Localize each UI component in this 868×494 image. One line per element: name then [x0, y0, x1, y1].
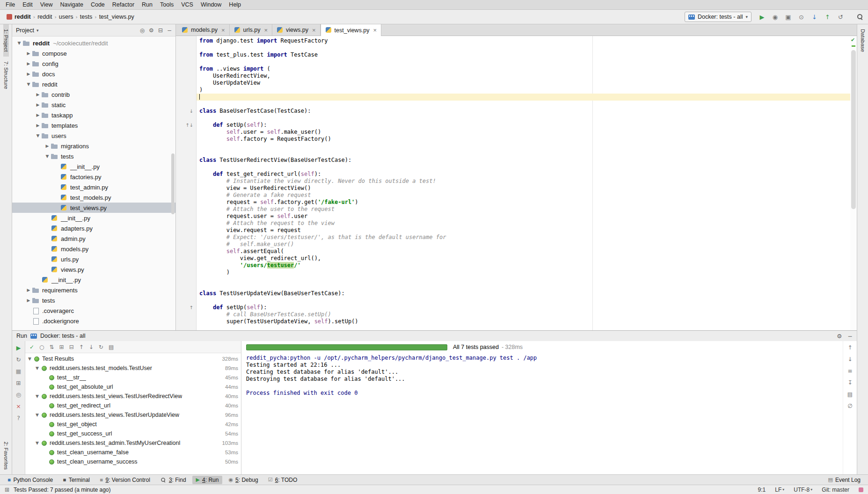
override-marker-icon[interactable]: ↑↓: [176, 122, 196, 129]
expanded-arrow-icon[interactable]: ▼: [25, 82, 32, 87]
sort-by-duration-icon[interactable]: ⇅: [50, 344, 54, 350]
test-node-test-clean-username-success[interactable]: test_clean_username_success50ms: [25, 457, 241, 466]
breadcrumb-item-reddit[interactable]: reddit: [5, 14, 33, 20]
tool-window-button-version-control[interactable]: ▪9: Version Control: [96, 476, 154, 484]
menu-navigate[interactable]: Navigate: [57, 1, 87, 8]
tree-item-users[interactable]: ▼users: [12, 131, 175, 141]
tree-item-docs[interactable]: ▶docs: [12, 69, 175, 79]
code-line[interactable]: view.get_redirect_url(),: [197, 255, 850, 262]
code-line[interactable]: super(TestUserUpdateView, self).setUp(): [197, 318, 850, 325]
tool-window-button-find[interactable]: 3: Find: [156, 476, 190, 484]
code-editor[interactable]: from django.test import RequestFactoryfr…: [197, 36, 850, 330]
code-line[interactable]: view.request = request: [197, 227, 850, 234]
run-icon[interactable]: ▶: [758, 14, 766, 21]
code-line[interactable]: class TestUserUpdateView(BaseUserTestCas…: [197, 290, 850, 297]
scrollbar-thumb[interactable]: [851, 50, 856, 209]
close-tab-icon[interactable]: ×: [373, 27, 377, 34]
search-everywhere-icon[interactable]: [857, 14, 863, 20]
menu-tools[interactable]: Tools: [156, 1, 177, 8]
editor-tab-urls-py[interactable]: urls.py×: [230, 24, 272, 36]
override-marker-icon[interactable]: ↓: [176, 108, 196, 115]
settings-gear-icon[interactable]: ⚙: [837, 333, 842, 340]
test-node-test-get-absolute-url[interactable]: test_get_absolute_url44ms: [25, 382, 241, 392]
debug-icon[interactable]: ◉: [771, 14, 780, 21]
code-line[interactable]: # call BaseUserTestCase.setUp(): [197, 311, 850, 318]
code-line[interactable]: self.factory = RequestFactory(): [197, 136, 850, 143]
editor-tab-models-py[interactable]: models.py×: [177, 24, 230, 36]
tree-item-test-models-py[interactable]: test_models.py: [12, 192, 175, 203]
menu-vcs[interactable]: VCS: [177, 1, 197, 8]
menu-view[interactable]: View: [36, 1, 57, 8]
tool-window-button-python-console[interactable]: ▪Python Console: [4, 476, 57, 484]
scroll-up-icon[interactable]: ↑: [847, 344, 852, 351]
code-line[interactable]: from test_plus.test import TestCase: [197, 51, 850, 58]
scroll-down-icon[interactable]: ↓: [847, 356, 852, 363]
code-line[interactable]: [197, 276, 850, 283]
tool-window-button-terminal[interactable]: ▪Terminal: [59, 476, 94, 484]
tree-item-test-admin-py[interactable]: test_admin.py: [12, 182, 175, 192]
export-test-results-icon[interactable]: ▤: [109, 344, 114, 350]
code-line[interactable]: # Attach the user to the request: [197, 206, 850, 213]
test-node-reddit-users-tests-test-views-testuserredirectview[interactable]: ▼reddit.users.tests.test_views.TestUserR…: [25, 392, 241, 401]
scroll-from-source-icon[interactable]: ◎: [140, 27, 145, 34]
expanded-arrow-icon[interactable]: ▼: [36, 413, 42, 417]
code-line[interactable]: [197, 143, 850, 150]
expanded-arrow-icon[interactable]: ▼: [16, 41, 22, 45]
code-line[interactable]: [197, 164, 850, 171]
status-indicator-icon[interactable]: [859, 487, 863, 492]
project-tree-scrollbar[interactable]: [171, 153, 175, 214]
code-line[interactable]: # Expect: '/users/testuser/', as that is…: [197, 234, 850, 241]
collapsed-arrow-icon[interactable]: ▶: [25, 72, 32, 76]
show-ignored-icon[interactable]: ○: [39, 344, 44, 350]
tree-item-migrations[interactable]: ▶migrations: [12, 141, 175, 151]
code-line[interactable]: # Instantiate the view directly. Never d…: [197, 178, 850, 185]
expanded-arrow-icon[interactable]: ▼: [36, 394, 42, 399]
test-node-test-get-object[interactable]: test_get_object42ms: [25, 420, 241, 429]
rerun-tests-icon[interactable]: ▶: [16, 344, 21, 351]
profiler-icon[interactable]: ⊙: [797, 14, 806, 21]
tree-item-dockerignore[interactable]: .dockerignore: [12, 316, 175, 326]
expanded-arrow-icon[interactable]: ▼: [44, 154, 51, 159]
collapsed-arrow-icon[interactable]: ▶: [25, 61, 32, 66]
code-line[interactable]: UserRedirectView,: [197, 73, 850, 80]
code-line[interactable]: [197, 283, 850, 290]
encoding-select[interactable]: UTF-8▾: [794, 487, 812, 493]
git-branch-widget[interactable]: Git: master: [822, 487, 849, 493]
code-line[interactable]: view = UserRedirectView(): [197, 185, 850, 192]
update-project-icon[interactable]: ↓: [810, 14, 819, 21]
collapsed-arrow-icon[interactable]: ▶: [35, 123, 41, 128]
tool-stripe-button-1-project[interactable]: 1: Project: [3, 24, 9, 57]
breadcrumb-item-test-views-py[interactable]: test_views.py: [97, 14, 136, 20]
test-node-test-get-success-url[interactable]: test_get_success_url54ms: [25, 429, 241, 438]
code-line[interactable]: from ..views import (: [197, 65, 850, 73]
breadcrumb-item-reddit[interactable]: reddit: [36, 14, 54, 20]
rerun-failed-tests-icon[interactable]: ↻: [16, 356, 21, 363]
code-line[interactable]: [197, 297, 850, 304]
collapsed-arrow-icon[interactable]: ▶: [44, 144, 51, 148]
collapsed-arrow-icon[interactable]: ▶: [35, 102, 41, 107]
tool-stripe-button-database[interactable]: Database: [860, 24, 866, 57]
menu-refactor[interactable]: Refactor: [109, 1, 138, 8]
tool-window-button-todo[interactable]: ☑6: TODO: [264, 476, 301, 484]
scroll-to-end-icon[interactable]: ↧: [847, 379, 852, 386]
hide-panel-icon[interactable]: −: [848, 333, 853, 340]
code-line[interactable]: # self.make_user(): [197, 241, 850, 248]
close-tab-icon[interactable]: ×: [312, 27, 316, 34]
run-configuration-select[interactable]: Docker: tests - all ▾: [685, 12, 751, 22]
code-line[interactable]: [197, 115, 850, 122]
menu-code[interactable]: Code: [87, 1, 109, 8]
code-line[interactable]: '/users/testuser/': [197, 262, 850, 269]
code-line[interactable]: self.user = self.make_user(): [197, 129, 850, 136]
editor-scrollbar[interactable]: ✔: [850, 36, 857, 330]
tree-item-tests[interactable]: ▶tests: [12, 295, 175, 305]
inspection-ok-icon[interactable]: ✔: [851, 37, 855, 43]
test-node-reddit-users-tests-test-admin-testmyusercreationl[interactable]: ▼reddit.users.tests.test_admin.TestMyUse…: [25, 438, 241, 448]
tree-item-config[interactable]: ▶config: [12, 58, 175, 69]
next-failed-test-icon[interactable]: ↓: [89, 344, 94, 350]
code-line[interactable]: [197, 94, 850, 101]
soft-wrap-icon[interactable]: ≡: [847, 368, 852, 374]
close-tab-icon[interactable]: ×: [264, 27, 268, 34]
tool-stripe-button-2-favorites[interactable]: 2: Favorites: [3, 437, 9, 474]
pin-tab-icon[interactable]: ◎: [16, 391, 21, 398]
editor-tab-test-views-py[interactable]: test_views.py×: [321, 24, 382, 36]
